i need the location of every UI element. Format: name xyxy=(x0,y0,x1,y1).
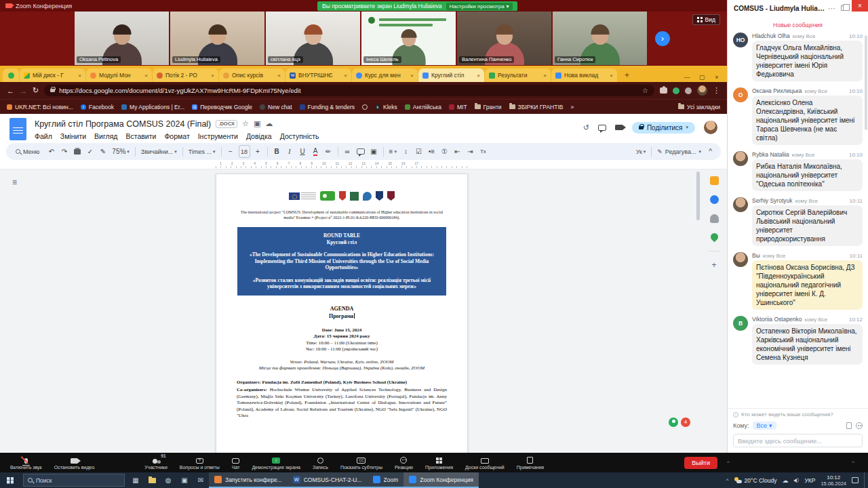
apps-button[interactable]: Приложения xyxy=(419,456,459,470)
bookmark-applications[interactable]: My Applications | Er... xyxy=(121,104,184,110)
bookmark-mit[interactable]: MIT xyxy=(449,104,467,110)
chat-scrollbar[interactable] xyxy=(865,35,867,130)
close-tab-icon[interactable]: × xyxy=(277,73,281,79)
tab-courses[interactable]: Опис курсів × xyxy=(219,68,285,82)
restore-button[interactable]: ▢ xyxy=(694,74,709,81)
all-bookmarks-button[interactable]: Усі закладки xyxy=(678,104,720,110)
zoom-select[interactable]: 75%▾ xyxy=(111,145,131,158)
insert-image-button[interactable]: ▣ xyxy=(369,145,379,158)
chevron-up-icon[interactable]: ^ xyxy=(852,460,854,466)
decrease-indent-button[interactable]: ⇤ xyxy=(452,145,462,158)
participant-video[interactable]: Oksana Petinova xyxy=(75,12,169,65)
tab-new-lecture[interactable]: Нова виклад × xyxy=(551,68,617,82)
version-history-icon[interactable]: ↺ xyxy=(583,123,589,132)
close-tab-icon[interactable]: × xyxy=(543,73,547,79)
tab-course-mgmt[interactable]: Курс для мен × xyxy=(352,68,418,82)
tab-results[interactable]: Результати × xyxy=(485,68,551,82)
input-tools-button[interactable]: Ук▾ xyxy=(635,145,647,158)
close-window-button[interactable]: × xyxy=(852,0,868,12)
close-button[interactable]: × xyxy=(709,74,724,81)
star-icon[interactable]: ☆ xyxy=(242,119,249,128)
taskbar-search[interactable]: Поиск xyxy=(23,474,125,487)
browser-menu-icon[interactable]: ⋮ xyxy=(713,86,720,95)
bookmarks-overflow-icon[interactable]: » xyxy=(570,104,574,110)
paint-format-button[interactable]: ✎ xyxy=(98,145,108,158)
checklist-button[interactable]: ☑ xyxy=(414,145,424,158)
highlight-button[interactable]: ✏ xyxy=(323,145,334,158)
pinned-tab[interactable] xyxy=(3,68,19,82)
attach-file-icon[interactable] xyxy=(846,422,852,429)
leave-meeting-button[interactable]: Выйти xyxy=(684,457,717,469)
minimize-button[interactable]: — xyxy=(679,74,694,81)
numbered-list-button[interactable]: ① xyxy=(439,145,450,158)
participant-video-screenshare[interactable]: Інеса Шепель xyxy=(361,12,456,65)
file-explorer-icon[interactable] xyxy=(144,472,160,488)
volume-icon[interactable] xyxy=(793,479,797,483)
bookmark-folder-grants[interactable]: Гранти xyxy=(475,104,502,110)
tasks-icon[interactable] xyxy=(710,195,719,204)
bookmark-newchat[interactable]: New chat xyxy=(260,104,292,110)
taskbar-app-zoom-meeting[interactable]: Zoom Конференция xyxy=(403,472,479,488)
menu-edit[interactable]: Змінити xyxy=(56,131,90,141)
popout-icon[interactable] xyxy=(841,5,846,11)
meet-icon[interactable] xyxy=(615,125,623,130)
language-indicator[interactable]: УКР xyxy=(804,477,815,484)
tab-potik[interactable]: Потік 2 - РО × xyxy=(153,68,218,82)
print-button[interactable] xyxy=(72,145,82,158)
taskbar-app-zoom[interactable]: Zoom xyxy=(368,472,404,488)
font-select[interactable]: Times ...▾ xyxy=(187,145,217,158)
participant-video[interactable]: Валентина Панченко xyxy=(457,12,551,65)
browser-icon[interactable]: ◍ xyxy=(160,472,176,488)
bookmark-ukrnet[interactable]: UKR.NET: Всі новин... xyxy=(7,104,73,110)
taskbar-app-zoom-launcher[interactable]: Запустить конфере... xyxy=(209,472,288,488)
spellcheck-button[interactable]: ✓ xyxy=(85,145,95,158)
maps-icon[interactable] xyxy=(709,232,719,243)
store-icon[interactable]: ▣ xyxy=(176,472,193,488)
move-folder-icon[interactable]: ▣ xyxy=(254,119,260,128)
bookmark-english[interactable]: Англійська xyxy=(405,104,441,110)
mail-icon[interactable]: ✉ xyxy=(193,472,209,488)
text-color-button[interactable]: A xyxy=(313,148,318,156)
contacts-icon[interactable] xyxy=(710,214,719,223)
italic-button[interactable]: I xyxy=(285,145,295,158)
chat-message[interactable]: О Оксана Рихлицька кому Все 10:10 Алексі… xyxy=(733,87,863,145)
taskbar-clock[interactable]: 10:12 15.06.2024 xyxy=(821,474,846,487)
menu-insert[interactable]: Вставити xyxy=(121,131,160,141)
chat-message[interactable]: Serhiy Syrotyuk кому Все 10:11 Сиротюк С… xyxy=(733,197,863,246)
show-desktop-button[interactable] xyxy=(864,472,866,488)
qa-button[interactable]: ? Вопросы и ответы xyxy=(174,456,226,470)
document-title[interactable]: Круглий стіл Програма COMSUS 2024 (Final… xyxy=(35,119,211,129)
new-tab-button[interactable]: + xyxy=(620,69,633,81)
share-screen-button[interactable]: ↑ Демонстрация экрана xyxy=(245,456,307,470)
document-page[interactable]: The international project "COMSUS: Devel… xyxy=(216,174,468,453)
menu-format[interactable]: Формат xyxy=(160,131,193,141)
whiteboards-button[interactable]: Доски сообщений xyxy=(459,456,511,470)
participants-button[interactable]: 91 Участники xyxy=(138,456,173,470)
google-docs-logo[interactable] xyxy=(9,118,26,140)
taskbar-app-comsus-doc[interactable]: W COMSUS-CHAT-2-U... xyxy=(288,472,368,488)
close-tab-icon[interactable]: × xyxy=(144,73,148,79)
chevron-down-icon[interactable]: ▾ xyxy=(686,125,688,130)
notification-count-badge[interactable]: 4 xyxy=(681,418,690,427)
action-center-icon[interactable] xyxy=(852,477,859,483)
menu-accessibility[interactable]: Доступність xyxy=(276,131,323,141)
participant-video[interactable]: світлана яцэ xyxy=(266,12,360,65)
bookmark-kleks[interactable]: k Kleks xyxy=(375,104,397,110)
reload-icon[interactable]: ↻ xyxy=(33,86,39,95)
tab-moodle[interactable]: Модулі Мон × xyxy=(86,68,152,82)
menu-tools[interactable]: Інструменти xyxy=(194,131,242,141)
bookmark-globe[interactable] xyxy=(362,104,368,110)
notes-button[interactable]: Примечания xyxy=(511,456,550,470)
document-canvas[interactable]: ≡ The international pro xyxy=(0,169,727,453)
start-button[interactable] xyxy=(0,472,20,488)
add-addon-icon[interactable]: + xyxy=(711,262,716,268)
increase-font-button[interactable]: + xyxy=(253,145,263,158)
record-button[interactable]: Запись xyxy=(307,456,334,470)
comments-icon[interactable] xyxy=(598,125,606,131)
unmute-button[interactable]: Включить звук xyxy=(4,456,48,470)
chat-message[interactable]: Rybka Nataliia кому Все 10:10 Рибка Ната… xyxy=(733,151,863,191)
close-tab-icon[interactable]: × xyxy=(410,73,414,79)
close-tab-icon[interactable]: × xyxy=(211,73,214,79)
chat-message[interactable]: HO Hladchuk Olha кому Все 10:10 Гладчук … xyxy=(733,33,863,81)
weather-widget[interactable]: 20°C Cloudy xyxy=(734,477,777,484)
